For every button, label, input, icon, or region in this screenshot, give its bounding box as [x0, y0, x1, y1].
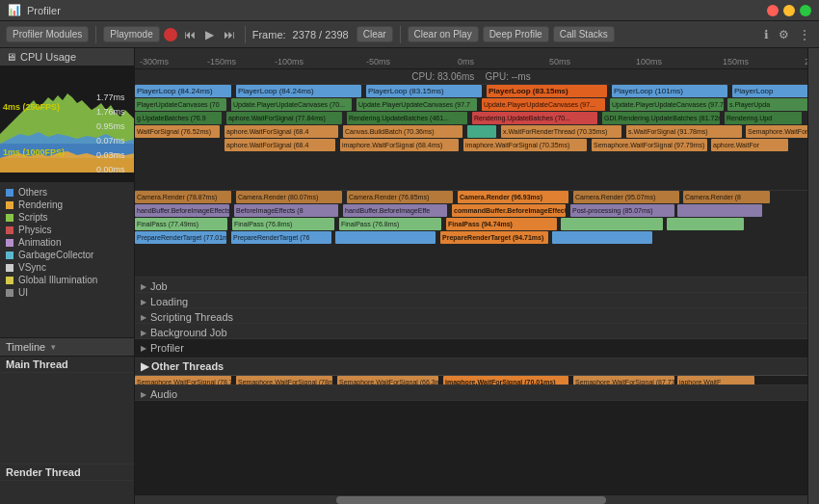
flame-bar-r2-6[interactable]: s.PlayerUpda: [727, 98, 807, 111]
loading-header[interactable]: Loading: [135, 293, 807, 308]
other-bar-4[interactable]: imaphore.WaitForSignal (70.01ms): [443, 376, 568, 385]
call-stacks-button[interactable]: Call Stacks: [553, 26, 615, 42]
flame-bar-r4-4[interactable]: [467, 125, 496, 138]
flame-bar-r4-6[interactable]: s.WaitForSignal (91.78ms): [626, 125, 742, 138]
svg-text:1ms (1000FPS): 1ms (1000FPS): [3, 147, 65, 157]
flame-bar-playerloop-1[interactable]: PlayerLoop (84.24ms): [135, 85, 231, 97]
minimize-button[interactable]: [783, 5, 795, 16]
flame-bar-r2-2[interactable]: Update.PlayerUpdateCanvases (70...: [231, 98, 352, 111]
flame-bar-r2-3[interactable]: Update.PlayerUpdateCanvases (97.7: [357, 98, 477, 111]
flame-bar-r3-1[interactable]: g.UpdateBatches (76.9: [135, 112, 222, 124]
maximize-button[interactable]: [800, 5, 811, 16]
window-controls: [767, 5, 811, 16]
legend-animation: Animation: [0, 236, 134, 249]
legend-dot-others: [6, 189, 13, 197]
render-bar-r1-1[interactable]: Camera.Render (78.87ms): [135, 191, 231, 203]
job-header[interactable]: Job: [135, 278, 807, 293]
render-bar-r3-3[interactable]: FinalPass (76.8ms): [339, 218, 441, 230]
render-bar-r4-5[interactable]: [552, 231, 652, 244]
render-flame-row-4: PrepareRenderTarget (77.01ms) PrepareRen…: [135, 231, 807, 245]
svg-text:1.77ms: 1.77ms: [96, 93, 125, 102]
flame-bar-r3-2[interactable]: aphore.WaitForSignal (77.84ms): [226, 112, 342, 124]
flame-bar-r5-3[interactable]: imaphore.WaitForSignal (70.35ms): [463, 139, 587, 151]
flame-bar-r2-1[interactable]: PlayerUpdateCanvases (70: [135, 98, 226, 111]
render-bar-r4-3[interactable]: [335, 231, 436, 244]
render-bar-r2-1[interactable]: handBuffer.BeforeImageEffects (8: [135, 204, 229, 217]
deep-profile-button[interactable]: Deep Profile: [483, 26, 549, 42]
flame-bar-r3-3[interactable]: Rendering.UpdateBatches (461...: [347, 112, 467, 124]
timeline-content[interactable]: PlayerLoop (84.24ms) PlayerLoop (84.24ms…: [135, 85, 807, 494]
flame-bar-r4-3[interactable]: Canvas.BuildBatch (70.36ms): [343, 125, 462, 138]
ruler-100: 100ms: [636, 57, 662, 66]
flame-bar-r3-6[interactable]: Rendering.Upd: [725, 112, 802, 124]
render-bar-r1-6[interactable]: Camera.Render (8: [683, 191, 770, 203]
render-bar-r4-2[interactable]: PrepareRenderTarget (76: [231, 231, 331, 244]
play-icon[interactable]: ▶: [202, 26, 217, 43]
flame-bar-r5-5[interactable]: aphore.WaitFor: [711, 139, 788, 151]
flame-bar-playerloop-4[interactable]: PlayerLoop (83.15ms): [487, 85, 607, 97]
step-forward-icon[interactable]: ⏭: [221, 26, 238, 43]
render-bar-r4-4[interactable]: PrepareRenderTarget (94.71ms): [440, 231, 548, 244]
flame-bar-playerloop-5[interactable]: PlayerLoop (101ms): [612, 85, 727, 97]
playmode-button[interactable]: Playmode: [103, 26, 159, 42]
step-back-icon[interactable]: ⏮: [181, 26, 198, 43]
scripting-section: Scripting Threads: [135, 308, 807, 324]
other-bar-5[interactable]: Semaphore.WaitForSignal (87.73ms): [573, 376, 674, 385]
flame-bar-r3-5[interactable]: GDI.Rendering.UpdateBatches (81.72ms): [602, 112, 720, 124]
audio-header[interactable]: Audio: [135, 385, 807, 401]
flame-bar-r3-4[interactable]: Rendering.UpdateBatches (70...: [472, 112, 597, 124]
scripting-header[interactable]: Scripting Threads: [135, 308, 807, 324]
record-icon[interactable]: [164, 28, 177, 41]
scrollbar-thumb[interactable]: [336, 496, 605, 504]
main-thread-spacer: [0, 373, 134, 464]
render-bar-r1-3[interactable]: Camera.Render (76.85ms): [347, 191, 453, 203]
flame-bar-r4-7[interactable]: Semaphore.WaitFor: [746, 125, 807, 138]
flame-bar-playerloop-3[interactable]: PlayerLoop (83.15ms): [366, 85, 482, 97]
clear-on-play-button[interactable]: Clear on Play: [408, 26, 479, 42]
profiler-header[interactable]: Profiler: [135, 339, 807, 357]
render-bar-r2-3[interactable]: handBuffer.BeforeImageEffe: [343, 204, 447, 217]
flame-bar-r5-4[interactable]: Semaphore.WaitForSignal (97.79ms): [592, 139, 707, 151]
close-button[interactable]: [767, 5, 779, 16]
legend-list: Others Rendering Scripts Physics Animati…: [0, 182, 134, 337]
flame-bar-r4-2[interactable]: aphore.WaitForSignal (68.4: [225, 125, 338, 138]
flame-bar-playerloop-2[interactable]: PlayerLoop (84.24ms): [236, 85, 361, 97]
render-bar-r2-2[interactable]: BeforeImageEffects (8: [234, 204, 338, 217]
legend-vsync: VSync: [0, 261, 134, 274]
render-bar-r3-5[interactable]: [561, 218, 663, 230]
render-bar-r1-5[interactable]: Camera.Render (95.07ms): [573, 191, 679, 203]
flame-bar-r4-1[interactable]: WaitForSignal (76.52ms): [135, 125, 220, 138]
render-bar-r2-5[interactable]: Post-processing (85.07ms): [570, 204, 674, 217]
bottom-scrollbar[interactable]: [135, 494, 807, 504]
clear-button[interactable]: Clear: [357, 26, 393, 42]
render-bar-r2-4[interactable]: commandBuffer.BeforeImageEffects (95.09m…: [452, 204, 566, 217]
flame-bar-r5-1[interactable]: aphore.WaitForSignal (68.4: [225, 139, 335, 151]
flame-row-2: PlayerUpdateCanvases (70 Update.PlayerUp…: [135, 98, 807, 112]
flame-bar-r5-2[interactable]: imaphore.WaitForSignal (68.4ms): [340, 139, 459, 151]
flame-bar-r4-5[interactable]: x.WaitForRenderThread (70.35ms): [501, 125, 621, 138]
render-bar-r3-4[interactable]: FinalPass (94.74ms): [446, 218, 557, 230]
flame-bar-r2-4[interactable]: Update.PlayerUpdateCanvases (97...: [482, 98, 605, 111]
legend-label-scripts: Scripts: [18, 212, 48, 223]
flame-bar-r2-5[interactable]: Update.PlayerUpdateCanvases (97.7ms: [610, 98, 724, 111]
flame-bar-playerloop-6[interactable]: PlayerLoop: [732, 85, 807, 97]
render-bar-r4-1[interactable]: PrepareRenderTarget (77.01ms): [135, 231, 226, 244]
more-icon[interactable]: ⋮: [796, 26, 813, 43]
profiler-modules-button[interactable]: Profiler Modules: [6, 26, 89, 42]
background-header[interactable]: Background Job: [135, 324, 807, 339]
render-bar-r3-2[interactable]: FinalPass (76.8ms): [232, 218, 334, 230]
other-bar-1[interactable]: Semaphore.WaitForSignal (78.79ms): [135, 376, 231, 385]
other-bar-6[interactable]: iaphore.WaitF: [677, 376, 754, 385]
info-icon[interactable]: ℹ: [761, 26, 772, 43]
other-bar-3[interactable]: Semaphore.WaitForSignal (66.3ms): [337, 376, 438, 385]
render-bar-r1-4[interactable]: Camera.Render (96.93ms): [458, 191, 568, 203]
timeline-label[interactable]: Timeline ▼: [0, 337, 134, 357]
other-bar-2[interactable]: Semaphore.WaitForSignal (78ms): [236, 376, 332, 385]
settings-icon[interactable]: ⚙: [776, 26, 792, 43]
render-bar-r1-2[interactable]: Camera.Render (80.07ms): [236, 191, 342, 203]
render-bar-r2-6[interactable]: [677, 204, 762, 217]
job-section: Job: [135, 278, 807, 293]
render-bar-r3-1[interactable]: FinalPass (77.49ms): [135, 218, 227, 230]
right-scrollbar[interactable]: [807, 48, 819, 504]
render-bar-r3-6[interactable]: [667, 218, 744, 230]
